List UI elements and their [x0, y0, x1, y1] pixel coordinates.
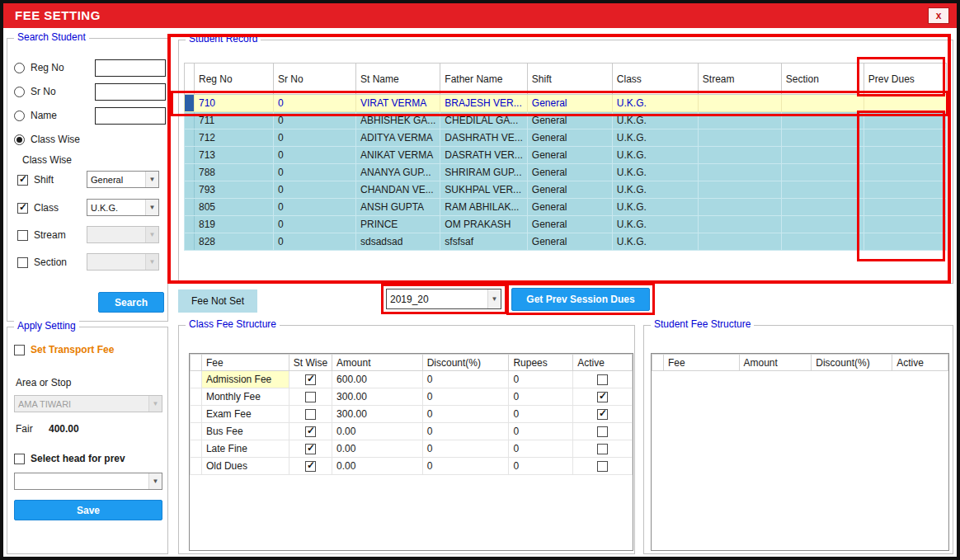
fee-name-cell[interactable]: Admission Fee: [201, 371, 289, 388]
st-wise-checkbox[interactable]: [305, 461, 316, 472]
radio-row-class-wise[interactable]: Class Wise: [14, 132, 80, 147]
column-header-prev-dues[interactable]: Prev Dues: [864, 64, 946, 95]
class-filter-row[interactable]: Class: [17, 200, 59, 215]
active-checkbox[interactable]: [597, 392, 608, 402]
amount-cell[interactable]: 300.00: [332, 406, 423, 423]
fee-row[interactable]: Bus Fee0.0000: [191, 423, 633, 440]
radio-row-name[interactable]: Name: [14, 108, 57, 123]
st-wise-cell[interactable]: [289, 423, 332, 440]
amount-cell[interactable]: 0.00: [332, 440, 423, 458]
sr-no-radio[interactable]: [14, 87, 25, 97]
rupees-cell[interactable]: 0: [509, 423, 573, 440]
column-header-sr-no[interactable]: Sr No: [274, 64, 356, 95]
discount-cell[interactable]: 0: [422, 406, 509, 423]
prev-head-select[interactable]: ▼: [14, 473, 162, 490]
active-cell[interactable]: [573, 423, 633, 440]
column-header-father-name[interactable]: Father Name: [440, 64, 527, 95]
fee-row[interactable]: Late Fine0.0000: [191, 440, 633, 458]
discount-cell[interactable]: 0: [422, 388, 509, 406]
amount-cell[interactable]: 0.00: [332, 458, 423, 475]
session-select[interactable]: 2019_20 ▼: [386, 289, 501, 309]
fee-name-cell[interactable]: Late Fine: [201, 440, 289, 458]
save-button[interactable]: Save: [14, 500, 162, 520]
active-checkbox[interactable]: [597, 444, 608, 454]
rupees-cell[interactable]: 0: [509, 440, 573, 458]
student-row[interactable]: 8190PRINCEOM PRAKASHGeneralU.K.G.: [185, 216, 947, 233]
class-fee-table[interactable]: FeeSt WiseAmountDiscount(%)RupeesActiveA…: [190, 354, 633, 475]
shift-filter-row[interactable]: Shift: [17, 172, 54, 187]
student-row[interactable]: 7120ADITYA VERMADASHRATH VE...GeneralU.K…: [185, 129, 947, 147]
rupees-cell[interactable]: 0: [509, 371, 573, 388]
reg-no-radio[interactable]: [14, 63, 25, 73]
student-row[interactable]: 8050ANSH GUPTARAM ABHILAK...GeneralU.K.G…: [185, 199, 947, 216]
st-wise-checkbox[interactable]: [305, 409, 316, 420]
student-record-table[interactable]: Reg NoSr NoSt NameFather NameShiftClassS…: [184, 63, 947, 251]
radio-row-sr-no[interactable]: Sr No: [14, 84, 56, 99]
section-filter-row[interactable]: Section: [17, 255, 67, 270]
search-button[interactable]: Search: [98, 292, 164, 313]
student-row[interactable]: 7880ANANYA GUP...SHRIRAM GUP...GeneralU.…: [185, 164, 947, 181]
name-radio[interactable]: [14, 111, 25, 121]
class-select[interactable]: U.K.G. ▼: [87, 199, 159, 216]
column-header-section[interactable]: Section: [781, 64, 864, 95]
active-checkbox[interactable]: [597, 426, 608, 437]
name-input[interactable]: [95, 107, 166, 125]
student-row[interactable]: 7130ANIKAT VERMADASRATH VER...GeneralU.K…: [185, 147, 947, 164]
column-header-reg-no[interactable]: Reg No: [195, 64, 274, 95]
st-wise-cell[interactable]: [289, 371, 332, 388]
sr-no-input[interactable]: [95, 83, 166, 101]
column-header-st-name[interactable]: St Name: [356, 64, 440, 95]
shift-select[interactable]: General ▼: [87, 171, 159, 188]
fee-name-cell[interactable]: Bus Fee: [201, 423, 289, 440]
discount-cell[interactable]: 0: [422, 371, 509, 388]
rupees-cell[interactable]: 0: [509, 388, 573, 406]
fee-row[interactable]: Exam Fee300.0000: [191, 406, 633, 423]
student-row[interactable]: 7110ABHISHEK GA...CHEDILAL GA...GeneralU…: [185, 112, 947, 129]
active-checkbox[interactable]: [597, 409, 608, 420]
fee-name-cell[interactable]: Old Dues: [201, 458, 289, 475]
student-fee-table[interactable]: FeeAmountDiscount(%)Active: [652, 354, 948, 371]
column-header-shift[interactable]: Shift: [527, 64, 612, 95]
fee-name-cell[interactable]: Exam Fee: [201, 406, 289, 423]
fee-row[interactable]: Old Dues0.0000: [191, 458, 633, 475]
class-checkbox[interactable]: [17, 203, 28, 214]
amount-cell[interactable]: 0.00: [332, 423, 423, 440]
radio-row-reg-no[interactable]: Reg No: [14, 60, 64, 75]
st-wise-cell[interactable]: [289, 440, 332, 458]
st-wise-cell[interactable]: [289, 388, 332, 406]
st-wise-checkbox[interactable]: [305, 374, 316, 385]
column-header-class[interactable]: Class: [612, 64, 698, 95]
st-wise-checkbox[interactable]: [305, 426, 316, 437]
amount-cell[interactable]: 300.00: [332, 388, 423, 406]
discount-cell[interactable]: 0: [422, 458, 509, 475]
student-row[interactable]: 7100VIRAT VERMABRAJESH VER...GeneralU.K.…: [185, 95, 947, 112]
active-checkbox[interactable]: [597, 374, 608, 385]
st-wise-cell[interactable]: [289, 458, 332, 475]
discount-cell[interactable]: 0: [422, 440, 509, 458]
st-wise-cell[interactable]: [289, 406, 332, 423]
student-row[interactable]: 8280sdsadsadsfsfsafGeneralU.K.G.: [185, 233, 947, 251]
section-checkbox[interactable]: [17, 257, 28, 268]
select-head-prev-row[interactable]: Select head for prev: [14, 451, 125, 466]
reg-no-input[interactable]: [95, 59, 166, 77]
st-wise-checkbox[interactable]: [305, 444, 316, 454]
active-cell[interactable]: [573, 406, 633, 423]
active-cell[interactable]: [573, 371, 633, 388]
set-transport-fee-row[interactable]: Set Transport Fee: [14, 342, 114, 357]
fee-row[interactable]: Monthly Fee300.0000: [191, 388, 633, 406]
active-checkbox[interactable]: [597, 461, 608, 472]
stream-checkbox[interactable]: [17, 230, 28, 241]
stream-filter-row[interactable]: Stream: [17, 228, 66, 242]
st-wise-checkbox[interactable]: [305, 392, 316, 402]
class-wise-radio[interactable]: [14, 134, 25, 145]
fee-name-cell[interactable]: Monthly Fee: [201, 388, 289, 406]
student-row[interactable]: 7930CHANDAN VE...SUKHPAL VER...GeneralU.…: [185, 181, 947, 199]
column-header-stream[interactable]: Stream: [698, 64, 781, 95]
amount-cell[interactable]: 600.00: [332, 371, 423, 388]
get-prev-session-dues-button[interactable]: Get Prev Session Dues: [511, 288, 650, 311]
active-cell[interactable]: [573, 458, 633, 475]
fee-row[interactable]: Admission Fee600.0000: [191, 371, 633, 388]
rupees-cell[interactable]: 0: [509, 406, 573, 423]
rupees-cell[interactable]: 0: [509, 458, 573, 475]
discount-cell[interactable]: 0: [422, 423, 509, 440]
